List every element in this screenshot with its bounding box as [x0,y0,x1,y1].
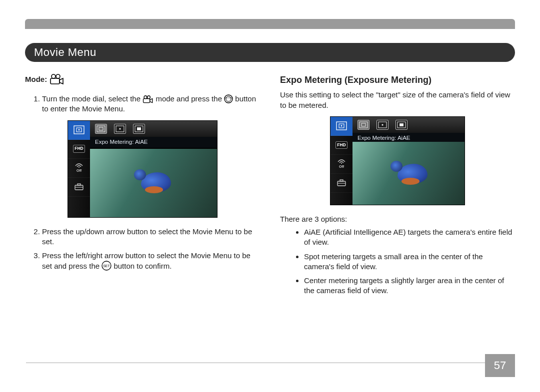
wifi-off-icon: Off [68,159,90,178]
metering-center-icon [396,120,408,130]
fhd-icon: FHD [330,136,352,155]
mode-label: Mode: [25,74,47,84]
svg-text:SET: SET [103,264,110,268]
lcd-photo [90,149,217,217]
step-1-text-b: mode and press the [156,94,224,103]
svg-point-26 [341,125,342,127]
steps-list-continued: Press the up/down arrow button to select… [25,227,260,272]
options-list: AiAE (Artificial Intelligence AE) target… [280,227,515,296]
step-3-text-b: button to confirm. [114,262,172,270]
expo-metering-heading: Expo Metering (Exposure Metering) [280,74,515,86]
movie-icon [142,95,154,103]
func-menu-button-icon: func menu [224,94,233,103]
mode-line: Mode: [25,74,260,85]
metering-spot-icon [376,120,388,130]
option-center: Center metering targets a slightly large… [304,276,515,296]
page-number: 57 [485,354,515,377]
svg-rect-29 [340,180,343,181]
footer-rule [26,363,485,363]
right-column: Expo Metering (Exposure Metering) Use th… [280,74,515,300]
svg-rect-16 [97,126,105,132]
svg-rect-17 [99,127,103,130]
section-title-bar: Movie Menu [25,43,515,62]
metering-grid-icon [330,117,352,136]
metering-grid-icon [358,120,370,130]
wifi-off-icon: Off [330,155,352,174]
svg-point-12 [78,167,80,168]
metering-spot-icon [114,124,126,134]
svg-point-1 [52,74,56,78]
svg-point-4 [144,96,147,99]
left-column: Mode: Turn the mode dial, select the [25,74,260,300]
lcd-topbar [90,121,217,137]
expo-metering-intro: Use this setting to select the "target" … [280,90,515,110]
option-aiae: AiAE (Artificial Intelligence AE) target… [304,227,515,248]
toolbox-icon [330,174,352,193]
lcd-sidebar: FHD Off [330,117,352,205]
svg-rect-21 [137,127,141,130]
bird-illustration [141,172,171,192]
svg-point-11 [78,129,80,131]
svg-point-5 [148,96,150,99]
svg-rect-0 [50,78,60,84]
metering-center-icon [133,124,145,134]
svg-point-34 [382,124,383,125]
lcd-screenshot-2: FHD Off E [330,116,465,205]
lcd-screenshot-1: FHD Off E [68,120,218,218]
lcd-photo [352,142,464,205]
svg-point-27 [341,163,342,164]
metering-grid-icon [95,124,107,134]
options-intro: There are 3 options: [280,214,515,224]
lcd-topbar [352,117,464,133]
svg-rect-36 [400,123,404,126]
svg-point-2 [56,74,60,78]
svg-rect-32 [362,123,366,126]
content-columns: Mode: Turn the mode dial, select the [25,74,515,300]
lcd-screenshot-2-wrap: FHD Off E [280,116,515,205]
steps-list: Turn the mode dial, select the mode and … [25,94,260,114]
top-decoration-bar [25,19,515,29]
movie-icon [50,74,64,85]
bird-illustration [398,164,428,184]
lcd-sidebar: FHD Off [68,121,90,217]
fhd-icon: FHD [68,140,90,159]
option-spot: Spot metering targets a small area in th… [304,252,515,272]
step-1: Turn the mode dial, select the mode and … [42,94,260,114]
set-button-icon: SET [102,261,112,271]
svg-rect-3 [144,99,150,103]
lcd-screenshot-1-wrap: FHD Off E [25,120,260,218]
lcd-caption: Expo Metering: AiAE [90,137,217,148]
metering-grid-icon [68,121,90,140]
svg-point-19 [119,128,120,129]
step-2: Press the up/down arrow button to select… [42,227,260,247]
step-3: Press the left/right arrow button to sel… [42,251,260,272]
section-title: Movie Menu [34,46,96,59]
step-1-text-a: Turn the mode dial, select the [42,94,142,103]
svg-rect-14 [78,184,80,185]
svg-text:func menu: func menu [224,97,232,99]
toolbox-icon [68,178,90,197]
svg-rect-31 [360,122,368,128]
page-frame: Movie Menu Mode: Turn the mode dial, sel… [25,19,515,370]
